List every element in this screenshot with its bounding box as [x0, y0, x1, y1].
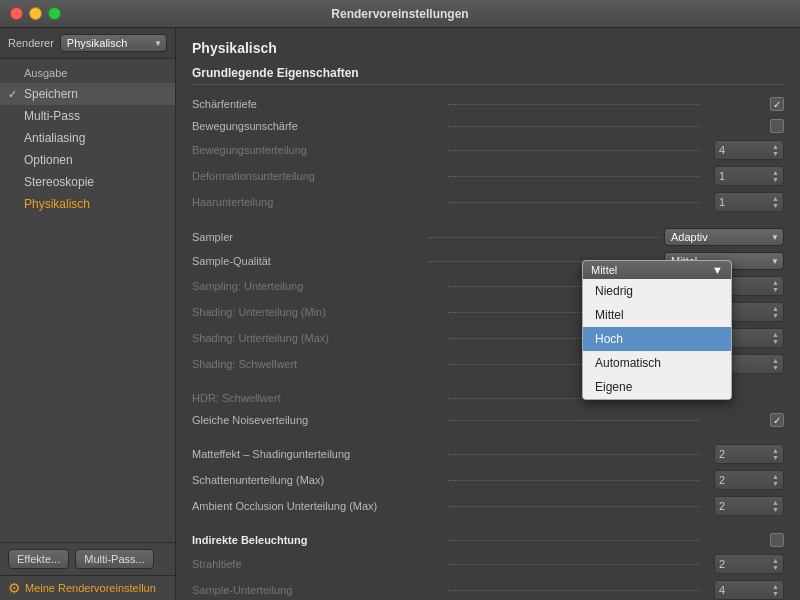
sidebar-item-physikalisch-label: Physikalisch [24, 197, 90, 211]
sample-unterteilung-input[interactable]: 4 ▲ ▼ [714, 580, 784, 600]
dropdown-menu-header[interactable]: Mittel ▼ [583, 261, 731, 279]
haarunterteilung-input[interactable]: 1 ▲ ▼ [714, 192, 784, 212]
sidebar-item-speichern[interactable]: ✓ Speichern [0, 83, 175, 105]
main-layout: Renderer Physikalisch ▼ Ausgabe ✓ Speich… [0, 28, 800, 600]
schattenunterteilung-label: Schattenunterteilung (Max) [192, 474, 444, 486]
down-arrow-icon[interactable]: ▼ [772, 506, 779, 513]
ambient-input[interactable]: 2 ▲ ▼ [714, 496, 784, 516]
close-button[interactable] [10, 7, 23, 20]
sidebar-item-antialiasing-label: Antialiasing [24, 131, 85, 145]
effekte-button[interactable]: Effekte... [8, 549, 69, 569]
deformationsunterteilung-dots [448, 176, 700, 177]
gleiche-noiseverteilung-checkbox[interactable] [770, 413, 784, 427]
down-arrow-icon[interactable]: ▼ [772, 480, 779, 487]
sidebar-item-antialiasing[interactable]: Antialiasing [0, 127, 175, 149]
sampler-dropdown[interactable]: Adaptiv ▼ [664, 228, 784, 246]
dropdown-option-automatisch[interactable]: Automatisch [583, 351, 731, 375]
shading-unterteilung-max-label: Shading: Unterteilung (Max) [192, 332, 444, 344]
indirekte-beleuchtung-label: Indirekte Beleuchtung [192, 534, 444, 546]
deformationsunterteilung-input[interactable]: 1 ▲ ▼ [714, 166, 784, 186]
haarunterteilung-arrows: ▲ ▼ [772, 195, 779, 209]
maximize-button[interactable] [48, 7, 61, 20]
dropdown-option-hoch[interactable]: Hoch [583, 327, 731, 351]
dropdown-option-niedrig[interactable]: Niedrig [583, 279, 731, 303]
bewegungsunterteilung-value: 4 ▲ ▼ [704, 140, 784, 160]
gleiche-noiseverteilung-label: Gleiche Noiseverteilung [192, 414, 444, 426]
strahltiefe-value: 2 ▲ ▼ [704, 554, 784, 574]
sampler-dropdown-value: Adaptiv [671, 231, 708, 243]
down-arrow-icon[interactable]: ▼ [772, 286, 779, 293]
dropdown-option-eigene[interactable]: Eigene [583, 375, 731, 399]
matteffekt-num: 2 [719, 448, 725, 460]
bewegungsunschaerfe-label: Bewegungsunschärfe [192, 120, 444, 132]
sidebar: Renderer Physikalisch ▼ Ausgabe ✓ Speich… [0, 28, 176, 600]
bewegungsunschaerfe-checkbox[interactable] [770, 119, 784, 133]
indirekte-beleuchtung-dots [448, 540, 700, 541]
indirekte-beleuchtung-checkbox[interactable] [770, 533, 784, 547]
prop-bewegungsunterteilung: Bewegungsunterteilung 4 ▲ ▼ [192, 137, 784, 163]
window-controls [10, 7, 61, 20]
up-arrow-icon[interactable]: ▲ [772, 499, 779, 506]
matteffekt-input[interactable]: 2 ▲ ▼ [714, 444, 784, 464]
dropdown-option-mittel[interactable]: Mittel [583, 303, 731, 327]
down-arrow-icon[interactable]: ▼ [772, 454, 779, 461]
renderer-select[interactable]: Physikalisch ▼ [60, 34, 167, 52]
sidebar-item-ausgabe[interactable]: Ausgabe [0, 63, 175, 83]
sidebar-item-multipass[interactable]: Multi-Pass [0, 105, 175, 127]
sidebar-item-stereoskopie[interactable]: Stereoskopie [0, 171, 175, 193]
sample-unterteilung-value: 4 ▲ ▼ [704, 580, 784, 600]
down-arrow-icon[interactable]: ▼ [772, 564, 779, 571]
sidebar-bottom-buttons: Effekte... Multi-Pass... [0, 542, 175, 575]
bewegungsunterteilung-arrows: ▲ ▼ [772, 143, 779, 157]
deformationsunterteilung-arrows: ▲ ▼ [772, 169, 779, 183]
bewegungsunterteilung-label: Bewegungsunterteilung [192, 144, 444, 156]
down-arrow-icon[interactable]: ▼ [772, 364, 779, 371]
dropdown-menu-header-label: Mittel [591, 264, 617, 276]
gleiche-noiseverteilung-value [704, 413, 784, 427]
schattenunterteilung-input[interactable]: 2 ▲ ▼ [714, 470, 784, 490]
down-arrow-icon[interactable]: ▼ [772, 150, 779, 157]
strahltiefe-dots [448, 564, 700, 565]
renderer-label: Renderer [8, 37, 54, 49]
up-arrow-icon[interactable]: ▲ [772, 473, 779, 480]
haarunterteilung-num: 1 [719, 196, 725, 208]
up-arrow-icon[interactable]: ▲ [772, 447, 779, 454]
up-arrow-icon[interactable]: ▲ [772, 557, 779, 564]
strahltiefe-input[interactable]: 2 ▲ ▼ [714, 554, 784, 574]
matteffekt-label: Matteffekt – Shadingunterteilung [192, 448, 444, 460]
indirekte-beleuchtung-value [704, 533, 784, 547]
bewegungsunterteilung-input[interactable]: 4 ▲ ▼ [714, 140, 784, 160]
schattenunterteilung-num: 2 [719, 474, 725, 486]
up-arrow-icon[interactable]: ▲ [772, 169, 779, 176]
down-arrow-icon[interactable]: ▼ [772, 590, 779, 597]
up-arrow-icon[interactable]: ▲ [772, 305, 779, 312]
schaerfe-value [704, 97, 784, 111]
sidebar-item-optionen[interactable]: Optionen [0, 149, 175, 171]
down-arrow-icon[interactable]: ▼ [772, 312, 779, 319]
up-arrow-icon[interactable]: ▲ [772, 357, 779, 364]
prop-strahltiefe: Strahltiefe 2 ▲ ▼ [192, 551, 784, 577]
sidebar-item-speichern-label: Speichern [24, 87, 78, 101]
sidebar-item-optionen-label: Optionen [24, 153, 73, 167]
down-arrow-icon[interactable]: ▼ [772, 338, 779, 345]
up-arrow-icon[interactable]: ▲ [772, 143, 779, 150]
down-arrow-icon[interactable]: ▼ [772, 176, 779, 183]
minimize-button[interactable] [29, 7, 42, 20]
sidebar-item-ausgabe-label: Ausgabe [24, 67, 167, 79]
bewegungsunterteilung-dots [448, 150, 700, 151]
ambient-label: Ambient Occlusion Unterteilung (Max) [192, 500, 444, 512]
down-arrow-icon[interactable]: ▼ [772, 202, 779, 209]
up-arrow-icon[interactable]: ▲ [772, 279, 779, 286]
up-arrow-icon[interactable]: ▲ [772, 195, 779, 202]
up-arrow-icon[interactable]: ▲ [772, 331, 779, 338]
sampler-value: Adaptiv ▼ [664, 228, 784, 246]
ambient-num: 2 [719, 500, 725, 512]
multipass-button[interactable]: Multi-Pass... [75, 549, 154, 569]
sampler-dots [428, 237, 660, 238]
sampler-label: Sampler [192, 231, 424, 243]
schaerfe-dots [448, 104, 700, 105]
prop-schattenunterteilung: Schattenunterteilung (Max) 2 ▲ ▼ [192, 467, 784, 493]
schaerfe-checkbox[interactable] [770, 97, 784, 111]
up-arrow-icon[interactable]: ▲ [772, 583, 779, 590]
sidebar-item-physikalisch[interactable]: Physikalisch [0, 193, 175, 215]
